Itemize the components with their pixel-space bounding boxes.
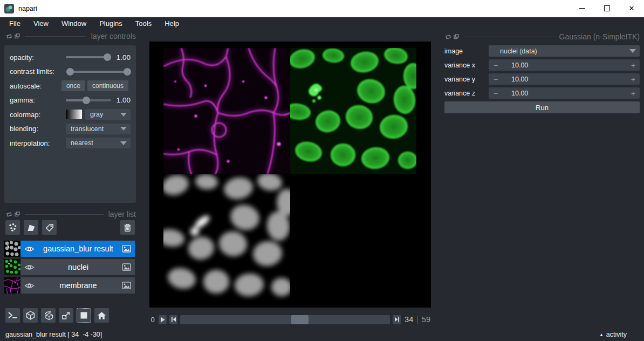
napari-window: napari ✕ File View Window Plugins Tools … (0, 0, 644, 341)
skip-to-last-frame-button[interactable] (393, 315, 401, 324)
layer-list-title: layer list (108, 210, 136, 219)
hide-panel-icon[interactable] (454, 34, 459, 39)
float-panel-icon[interactable] (6, 34, 12, 39)
home-reset-view-button[interactable] (94, 308, 109, 323)
variance-z-value[interactable]: 10.00 (511, 90, 528, 97)
delete-layer-button[interactable] (120, 220, 135, 235)
activity-toggle[interactable]: ▲ activity (599, 331, 627, 338)
close-button[interactable]: ✕ (619, 0, 644, 17)
autoscale-once-button[interactable]: once (61, 80, 85, 91)
variance-z-label: variance z (444, 90, 489, 97)
contrast-limits-slider[interactable] (66, 71, 129, 73)
menu-file[interactable]: File (3, 19, 27, 28)
layer-row-nuclei[interactable]: nuclei (4, 259, 135, 275)
autoscale-label: autoscale: (10, 82, 61, 90)
ndisplay-toggle-button[interactable] (23, 308, 38, 323)
gamma-slider-handle[interactable] (83, 97, 90, 104)
run-button[interactable]: Run (444, 101, 640, 113)
maximize-icon (604, 5, 610, 11)
menu-help[interactable]: Help (158, 19, 186, 28)
plus-icon[interactable]: + (631, 75, 635, 84)
interpolation-dropdown[interactable]: nearest (66, 138, 131, 148)
visibility-eye-icon[interactable] (24, 282, 35, 289)
menu-window[interactable]: Window (55, 19, 93, 28)
layer-list: gaussian_blur result nuclei (4, 241, 135, 296)
plus-icon[interactable]: + (631, 89, 635, 98)
layer-row-body[interactable]: nuclei (20, 259, 135, 275)
menu-view[interactable]: View (27, 19, 55, 28)
variance-y-value[interactable]: 10.00 (511, 76, 528, 83)
skip-to-first-frame-button[interactable] (169, 315, 177, 324)
roll-dimensions-button[interactable] (41, 308, 56, 323)
menu-tools[interactable]: Tools (129, 19, 158, 28)
blending-dropdown[interactable]: translucent (66, 124, 131, 134)
total-frames: 59 (422, 315, 430, 324)
hide-panel-icon[interactable] (15, 212, 20, 217)
layer-row-membrane[interactable]: membrane (4, 277, 135, 294)
hide-panel-icon[interactable] (15, 33, 20, 39)
colormap-gradient-swatch (66, 110, 82, 119)
float-panel-icon[interactable] (446, 35, 451, 39)
dims-slider-handle[interactable] (291, 315, 309, 324)
console-button[interactable] (5, 308, 20, 323)
variance-x-value[interactable]: 10.00 (511, 62, 528, 69)
layer-list-header: layer list (6, 210, 136, 219)
visibility-eye-icon[interactable] (24, 245, 35, 253)
dims-slider-track[interactable] (180, 315, 390, 324)
minus-icon[interactable]: − (494, 61, 498, 70)
maximize-button[interactable] (594, 0, 619, 17)
layer-row-body[interactable]: gaussian_blur result (20, 241, 135, 257)
transpose-dimensions-button[interactable] (59, 308, 73, 323)
nuclei-image (290, 48, 416, 174)
layer-name: nuclei (35, 263, 122, 271)
minimize-icon (579, 8, 585, 9)
new-labels-layer-button[interactable] (42, 220, 57, 235)
gaussian-blur-image (163, 174, 290, 301)
opacity-slider[interactable] (66, 56, 111, 58)
chevron-down-icon (120, 127, 127, 131)
frame-counter: 34 | 59 (405, 315, 430, 324)
viewer-canvas[interactable] (149, 42, 431, 308)
divider (25, 214, 104, 215)
chevron-down-icon (120, 113, 127, 117)
autoscale-continuous-button[interactable]: continuous (87, 80, 128, 91)
float-panel-icon[interactable] (6, 212, 12, 217)
plus-icon[interactable]: + (631, 61, 635, 70)
image-layer-type-icon (122, 282, 131, 289)
variance-x-label: variance x (444, 62, 489, 69)
contrast-min-handle[interactable] (66, 68, 74, 76)
blending-label: blending: (10, 125, 66, 133)
opacity-value: 1.00 (111, 53, 131, 62)
gamma-slider[interactable] (66, 99, 111, 101)
grid-mode-button[interactable] (77, 308, 91, 323)
visibility-eye-icon[interactable] (24, 264, 35, 271)
opacity-slider-handle[interactable] (104, 53, 111, 61)
divider (25, 36, 86, 37)
layer-list-toolbar (5, 220, 135, 235)
layer-row-body[interactable]: membrane (20, 277, 135, 294)
current-frame: 34 (405, 315, 413, 324)
new-points-layer-button[interactable] (5, 220, 20, 235)
menu-plugins[interactable]: Plugins (93, 19, 129, 28)
variance-z-spinbox: − 10.00 + (489, 87, 640, 99)
cursor-coordinates-status: gaussian_blur result [ 34 -4 -30] (5, 331, 102, 338)
image-select-dropdown[interactable]: nuclei (data) (489, 45, 640, 57)
contrast-max-handle[interactable] (124, 68, 131, 76)
minus-icon[interactable]: − (494, 75, 498, 84)
opacity-label: opacity: (10, 53, 66, 62)
new-shapes-layer-button[interactable] (24, 220, 38, 235)
minimize-button[interactable] (570, 0, 594, 17)
statusbar: gaussian_blur result [ 34 -4 -30] ▲ acti… (0, 328, 644, 341)
image-select-value: nuclei (data) (494, 47, 537, 55)
play-button[interactable] (159, 315, 167, 324)
minus-icon[interactable]: − (494, 89, 498, 98)
layer-controls-header: layer controls (6, 32, 136, 40)
contrast-limits-label: contrast limits: (10, 67, 66, 76)
layer-row-gaussian-blur-result[interactable]: gaussian_blur result (4, 241, 135, 257)
colormap-dropdown[interactable]: gray (85, 109, 131, 120)
layer-thumbnail (4, 259, 20, 275)
viewer-toolbar (5, 308, 109, 323)
layer-thumbnail (4, 277, 20, 294)
interpolation-value: nearest (71, 139, 93, 147)
dims-slider-row: 0 34 | 59 (149, 315, 430, 324)
